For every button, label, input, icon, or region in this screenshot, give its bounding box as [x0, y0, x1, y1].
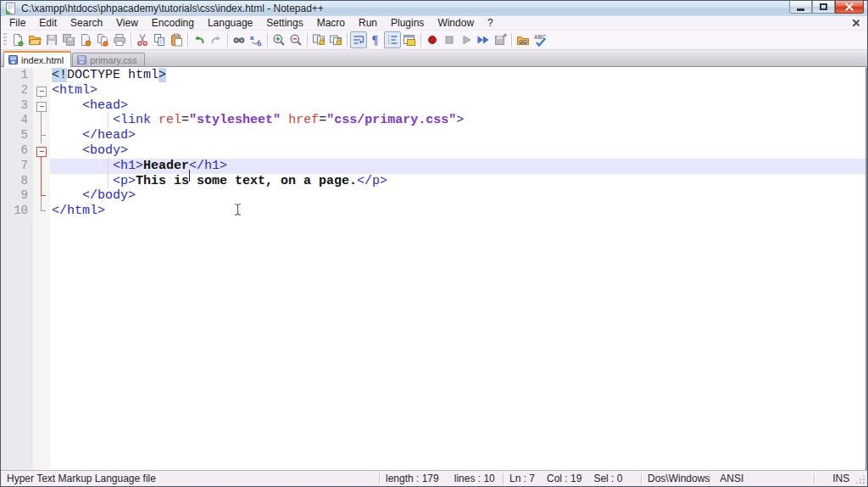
- tab-index-html[interactable]: index.html: [3, 51, 71, 67]
- svg-text:a: a: [250, 34, 254, 42]
- code-line[interactable]: 2<html>: [1, 83, 865, 98]
- code-text[interactable]: </head>: [50, 128, 865, 143]
- copy-icon[interactable]: [151, 31, 168, 48]
- line-number: 3: [1, 98, 33, 114]
- menu-edit[interactable]: Edit: [32, 16, 64, 30]
- code-text[interactable]: <head>: [50, 98, 865, 114]
- status-encoding: ANSI: [720, 473, 743, 484]
- status-selection: Sel : 0: [593, 473, 622, 484]
- code-line[interactable]: 9 </body>: [1, 188, 865, 204]
- new-file-icon[interactable]: [9, 31, 26, 48]
- menu-encoding[interactable]: Encoding: [145, 16, 201, 30]
- menubar-close-icon[interactable]: [850, 18, 862, 28]
- document-monitor-icon[interactable]: [515, 31, 531, 48]
- status-insert-mode: INS: [832, 473, 849, 484]
- menu-plugins[interactable]: Plugins: [384, 16, 431, 30]
- fold-toggle-icon[interactable]: [33, 143, 50, 159]
- line-number: 9: [1, 188, 33, 204]
- code-editor[interactable]: 1<!DOCTYPE html>2<html>3 <head>4 <link r…: [1, 67, 867, 470]
- minimize-icon: [797, 8, 804, 11]
- fold-toggle-icon[interactable]: [33, 83, 50, 98]
- macro-stop-icon[interactable]: [441, 31, 458, 48]
- cut-icon[interactable]: [134, 31, 151, 48]
- maximize-button[interactable]: [812, 1, 835, 14]
- menu-window[interactable]: Window: [431, 16, 481, 30]
- tab-label: index.html: [21, 55, 64, 65]
- fold-margin: [33, 174, 50, 189]
- save-icon[interactable]: [43, 31, 60, 48]
- menu-search[interactable]: Search: [64, 16, 109, 30]
- code-line[interactable]: 4 <link rel="stylesheet" href="css/prima…: [1, 113, 865, 128]
- macro-save-icon[interactable]: [492, 31, 509, 48]
- menu-macro[interactable]: Macro: [310, 16, 352, 30]
- fold-margin: [33, 159, 50, 174]
- code-text[interactable]: </html>: [50, 204, 865, 219]
- code-line[interactable]: 1<!DOCTYPE html>: [1, 68, 865, 83]
- code-line[interactable]: 10</html>: [1, 204, 865, 219]
- sync-horizontal-scroll-icon[interactable]: [327, 31, 344, 48]
- code-text[interactable]: <!DOCTYPE html>: [50, 68, 865, 83]
- indent-guide-icon[interactable]: [384, 31, 401, 48]
- replace-icon[interactable]: ab: [248, 31, 264, 48]
- user-defined-dialog-icon[interactable]: [401, 31, 418, 48]
- code-text[interactable]: </body>: [50, 188, 865, 204]
- code-text[interactable]: <html>: [50, 83, 865, 98]
- macro-record-icon[interactable]: [424, 31, 441, 48]
- word-wrap-icon[interactable]: [350, 31, 367, 48]
- title-bar[interactable]: C:\xampp\htdocs\phpacademy\tutorials\css…: [1, 1, 867, 16]
- code-line[interactable]: 8 <p>This is some text, on a page.</p>: [1, 174, 865, 189]
- print-icon[interactable]: [111, 31, 128, 48]
- menu-file[interactable]: File: [3, 16, 32, 30]
- code-line[interactable]: 5 </head>: [1, 128, 865, 143]
- close-button[interactable]: [835, 1, 864, 14]
- menu-settings[interactable]: Settings: [259, 16, 309, 30]
- code-line[interactable]: 6 <body>: [1, 143, 865, 159]
- code-text[interactable]: <p>This is some text, on a page.</p>: [50, 174, 865, 189]
- code-text[interactable]: <h1>Header</h1>: [50, 159, 865, 174]
- code-line[interactable]: 7 <h1>Header</h1>: [1, 159, 865, 174]
- undo-icon[interactable]: [191, 31, 208, 48]
- menu-view[interactable]: View: [109, 16, 145, 30]
- line-number: 1: [1, 68, 33, 83]
- save-all-icon[interactable]: [60, 31, 77, 48]
- macro-play-icon[interactable]: [458, 31, 475, 48]
- code-text[interactable]: <body>: [50, 143, 865, 159]
- open-file-icon[interactable]: [26, 31, 43, 48]
- fold-margin: [33, 188, 50, 204]
- code-line[interactable]: 3 <head>: [1, 98, 865, 114]
- zoom-in-icon[interactable]: [270, 31, 287, 48]
- status-eol-format: Dos\Windows: [648, 473, 709, 484]
- window-title: C:\xampp\htdocs\phpacademy\tutorials\css…: [21, 3, 324, 14]
- line-number: 5: [1, 128, 33, 143]
- redo-icon[interactable]: [208, 31, 225, 48]
- status-doc-type: Hyper Text Markup Language file: [7, 473, 156, 484]
- show-all-characters-icon[interactable]: ¶: [367, 31, 384, 48]
- menu-language[interactable]: Language: [201, 16, 259, 30]
- menu-help[interactable]: ?: [481, 16, 500, 30]
- close-all-icon[interactable]: [94, 31, 111, 48]
- menu-run[interactable]: Run: [352, 16, 384, 30]
- macro-run-multiple-icon[interactable]: [475, 31, 492, 48]
- find-icon[interactable]: [231, 31, 248, 48]
- mouse-ibeam-cursor: [233, 203, 242, 216]
- saved-file-icon: [8, 55, 18, 64]
- maximize-icon: [820, 3, 827, 10]
- code-text[interactable]: <link rel="stylesheet" href="css/primary…: [50, 113, 865, 128]
- tab-primary-css[interactable]: primary.css: [72, 53, 144, 66]
- paste-icon[interactable]: [168, 31, 185, 48]
- close-file-icon[interactable]: [77, 31, 94, 48]
- zoom-out-icon[interactable]: [287, 31, 304, 48]
- code-area: 1<!DOCTYPE html>2<html>3 <head>4 <link r…: [1, 68, 865, 219]
- svg-text:¶: ¶: [372, 34, 379, 47]
- status-bar: Hyper Text Markup Language file length :…: [1, 470, 867, 486]
- toolbar-grip[interactable]: [3, 33, 7, 47]
- fold-toggle-icon[interactable]: [33, 98, 50, 114]
- toolbar: ab ¶ ABC: [1, 31, 867, 50]
- resize-grip[interactable]: [855, 474, 865, 484]
- line-number: 4: [1, 113, 33, 128]
- sync-vertical-scroll-icon[interactable]: [310, 31, 327, 48]
- fold-margin: [33, 113, 50, 128]
- minimize-button[interactable]: [789, 1, 812, 14]
- spell-check-icon[interactable]: ABC: [531, 31, 548, 48]
- tab-label: primary.css: [90, 55, 136, 65]
